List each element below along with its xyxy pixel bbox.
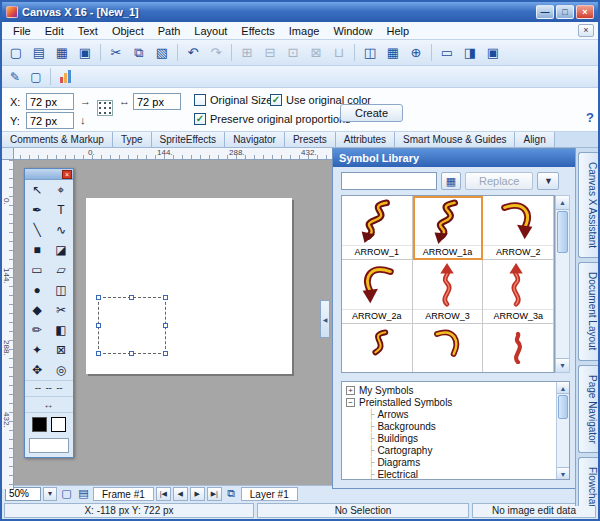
x-input[interactable] — [26, 93, 74, 110]
proof-screen-button[interactable]: ▢ — [26, 68, 46, 86]
panel-collapse-button[interactable]: ◀ — [320, 300, 330, 338]
palette-tab-smart-mouse-guides[interactable]: Smart Mouse & Guides — [395, 132, 515, 147]
tree-item-buildings[interactable]: Buildings — [346, 432, 555, 444]
frame-tab[interactable]: Frame #1 — [93, 487, 154, 501]
edit-drawing-button[interactable]: ✎ — [5, 68, 25, 86]
film-icon[interactable]: ▤ — [76, 487, 91, 501]
help-icon[interactable]: ? — [586, 110, 594, 125]
eraser-tool[interactable]: ◫ — [49, 280, 73, 300]
document-close-button[interactable]: × — [578, 24, 594, 37]
grid-button[interactable]: ▦ — [382, 42, 404, 64]
tree-item-cartography[interactable]: Cartography — [346, 444, 555, 456]
zoom-dropdown-icon[interactable]: ▾ — [43, 487, 57, 501]
selection-handle[interactable] — [163, 295, 168, 300]
save-button[interactable]: ▦ — [51, 42, 73, 64]
side-tab-canvas-x-assistant[interactable]: Canvas X Assistant — [578, 152, 598, 258]
palette-tab-align[interactable]: Align — [515, 132, 554, 147]
tree-item-arrows[interactable]: Arrows — [346, 408, 555, 420]
palette-tab-spriteeffects[interactable]: SpriteEffects — [152, 132, 226, 147]
line-tool[interactable]: ╲ — [25, 220, 49, 240]
palette-tab-comments-markup[interactable]: Comments & Markup — [2, 132, 113, 147]
paste-button[interactable]: ▧ — [151, 42, 173, 64]
panels-button[interactable]: ▣ — [482, 42, 504, 64]
layer-tab[interactable]: Layer #1 — [241, 487, 298, 501]
layers-icon[interactable]: ⧉ — [224, 487, 239, 501]
symbol-library-title[interactable]: Symbol Library — [333, 149, 578, 167]
ellipse-tool[interactable]: ● — [25, 280, 49, 300]
direct-select-tool[interactable]: ⌖ — [49, 180, 73, 200]
symbol-cell[interactable] — [342, 324, 413, 373]
document-icon[interactable]: ▢ — [59, 487, 74, 501]
symbol-cell[interactable]: ARROW_1 — [342, 196, 413, 260]
tree-item-my-symbols[interactable]: +My Symbols — [346, 384, 555, 396]
wand-tool[interactable]: ✦ — [25, 340, 49, 360]
bucket-tool[interactable]: ◧ — [49, 320, 73, 340]
palette-tab-navigator[interactable]: Navigator — [225, 132, 285, 147]
tree-item-diagrams[interactable]: Diagrams — [346, 456, 555, 468]
selection-marquee[interactable] — [98, 297, 166, 354]
scroll-up-icon[interactable]: ▲ — [556, 196, 569, 210]
undo-button[interactable]: ↶ — [182, 42, 204, 64]
canvas-area[interactable]: × ↖⌖✒T╲∿■◪▭▱●◫◆✂✏◧✦⊠✥◎ ╌ ╌ ╌ ↔ ◀ — [14, 160, 332, 489]
toolbox-title-bar[interactable]: × — [25, 169, 73, 180]
anchor-point-selector[interactable] — [97, 100, 113, 116]
scroll-up-icon[interactable]: ▲ — [557, 382, 569, 394]
pen-tool[interactable]: ✒ — [25, 200, 49, 220]
eyedropper-tool[interactable]: ✏ — [25, 320, 49, 340]
use-original-color-checkbox-box[interactable]: ✓ — [270, 94, 282, 106]
y-input[interactable] — [26, 112, 74, 129]
side-tab-document-layout[interactable]: Document Layout — [578, 262, 598, 360]
tree-expander-icon[interactable]: − — [346, 398, 355, 407]
scrollbar-thumb[interactable] — [557, 211, 568, 253]
stroke-style-well[interactable]: ╌ ╌ ╌ — [25, 380, 73, 396]
symbol-grid-scrollbar[interactable]: ▲ ▼ — [555, 195, 570, 373]
stroke-color-swatch[interactable] — [51, 417, 66, 432]
symbol-library-toggle-button[interactable]: ◨ — [459, 42, 481, 64]
symbol-cell[interactable]: ARROW_2 — [483, 196, 554, 260]
palette-tab-type[interactable]: Type — [113, 132, 152, 147]
close-button[interactable]: × — [576, 5, 594, 19]
rectangle-tool[interactable]: ■ — [25, 240, 49, 260]
page-layout-button[interactable]: ▭ — [436, 42, 458, 64]
symbol-cell[interactable]: ARROW_3 — [413, 260, 484, 324]
selection-handle[interactable] — [163, 323, 168, 328]
x-direction-icon[interactable]: → — [80, 95, 91, 107]
select-tool[interactable]: ↖ — [25, 180, 49, 200]
document-page[interactable] — [86, 198, 292, 374]
print-button[interactable]: ▣ — [74, 42, 96, 64]
text-tool[interactable]: T — [49, 200, 73, 220]
open-button[interactable]: ▤ — [28, 42, 50, 64]
last-frame-button[interactable]: ▶| — [207, 487, 222, 501]
menu-layout[interactable]: Layout — [187, 24, 234, 38]
symbol-cell[interactable]: ARROW_3a — [483, 260, 554, 324]
menu-window[interactable]: Window — [326, 24, 379, 38]
original-size-checkbox[interactable]: Original Size — [194, 94, 272, 106]
preserve-proportions-checkbox[interactable]: ✓ Preserve original proportions — [194, 113, 351, 125]
zoom-tool[interactable]: ◎ — [49, 360, 73, 380]
marker-tool[interactable]: ▱ — [49, 260, 73, 280]
palette-tab-presets[interactable]: Presets — [285, 132, 336, 147]
snap-button[interactable]: ⊕ — [405, 42, 427, 64]
selection-handle[interactable] — [163, 351, 168, 356]
minimize-button[interactable]: — — [536, 5, 554, 19]
polygon-tool[interactable]: ◆ — [25, 300, 49, 320]
new-document-button[interactable]: ▢ — [5, 42, 27, 64]
gradient-well[interactable] — [29, 438, 69, 453]
scroll-down-icon[interactable]: ▼ — [557, 467, 569, 479]
first-frame-button[interactable]: |◀ — [156, 487, 171, 501]
menu-effects[interactable]: Effects — [234, 24, 281, 38]
selection-handle[interactable] — [129, 295, 134, 300]
symbol-cell-selected[interactable]: ARROW_1a — [413, 196, 484, 260]
menu-path[interactable]: Path — [151, 24, 188, 38]
menu-image[interactable]: Image — [282, 24, 327, 38]
fill-color-swatch[interactable] — [32, 417, 47, 432]
menu-object[interactable]: Object — [105, 24, 151, 38]
rounded-rect-tool[interactable]: ▭ — [25, 260, 49, 280]
tree-expander-icon[interactable]: + — [346, 386, 355, 395]
ink-bottle-tool[interactable]: ◪ — [49, 240, 73, 260]
create-button[interactable]: Create — [340, 104, 403, 122]
menu-edit[interactable]: Edit — [38, 24, 71, 38]
hand-tool[interactable]: ✥ — [25, 360, 49, 380]
zoom-level[interactable]: 50% — [5, 487, 41, 501]
side-tab-flowchart[interactable]: Flowchart — [578, 457, 598, 506]
